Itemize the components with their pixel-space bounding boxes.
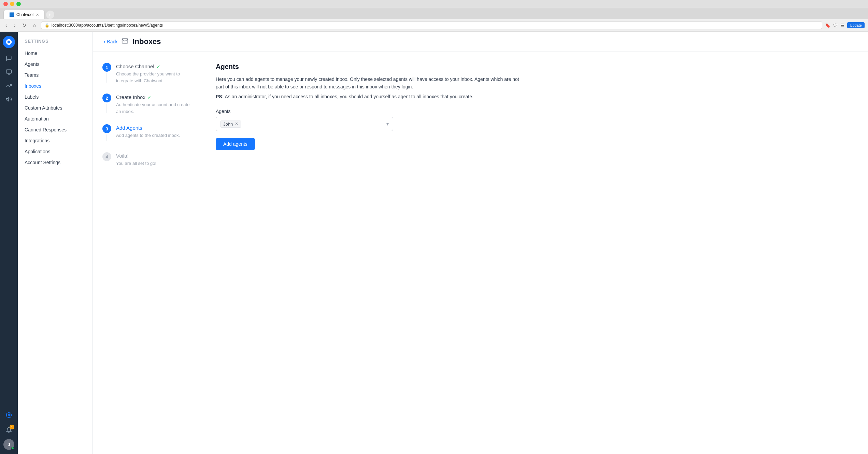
agents-ps-text: As an administrator, if you need access …: [224, 94, 473, 99]
traffic-lights: [3, 2, 21, 6]
step-1-indicator: 1: [102, 63, 111, 84]
nav-campaigns[interactable]: [3, 93, 15, 105]
agents-description-1: Here you can add agents to manage your n…: [216, 75, 523, 91]
step-3-circle: 3: [102, 124, 111, 133]
menu-icon[interactable]: ☰: [840, 23, 844, 28]
step-3-desc: Add agents to the created inbox.: [116, 132, 180, 139]
back-arrow-icon: ‹: [104, 39, 105, 45]
reload-btn[interactable]: ↻: [20, 22, 28, 29]
update-button[interactable]: Update: [847, 22, 865, 28]
main-content: ‹ Back Inboxes 1 Choose Chan: [93, 32, 868, 454]
step-2-line: [106, 104, 107, 113]
step-2: 2 Create Inbox ✓ Authenticate your accou…: [102, 94, 192, 115]
settings-nav-account-settings[interactable]: Account Settings: [18, 157, 93, 168]
step-1-circle: 1: [102, 63, 111, 72]
tab-title: Chatwoot: [16, 12, 34, 17]
agents-section-title: Agents: [216, 63, 854, 71]
add-agents-button[interactable]: Add agents: [216, 138, 255, 150]
step-2-content: Create Inbox ✓ Authenticate your account…: [116, 94, 192, 115]
browser-tab-active[interactable]: 🟦 Chatwoot ✕: [3, 10, 45, 19]
agents-input-field[interactable]: John ✕ ▾: [216, 117, 393, 131]
svg-point-1: [8, 41, 10, 43]
step-1-title-text: Choose Channel: [116, 63, 154, 69]
tab-close-btn[interactable]: ✕: [36, 13, 39, 17]
notification-badge: 1: [10, 425, 14, 429]
url-text: localhost:3000/app/accounts/1/settings/i…: [52, 23, 163, 28]
step-3-line: [106, 134, 107, 141]
step-4-indicator: 4: [102, 152, 111, 167]
notification-bell-container[interactable]: 1: [3, 424, 15, 436]
nav-reports[interactable]: [3, 80, 15, 92]
agent-tag-remove-btn[interactable]: ✕: [235, 122, 238, 126]
home-btn[interactable]: ⌂: [31, 22, 38, 29]
user-avatar[interactable]: J: [3, 439, 14, 450]
back-nav-btn[interactable]: ‹: [3, 22, 9, 29]
page-body: 1 Choose Channel ✓ Choose the provider y…: [93, 52, 868, 454]
step-2-desc: Authenticate your account and create an …: [116, 101, 192, 115]
svg-point-4: [8, 414, 10, 416]
step-2-title: Create Inbox ✓: [116, 94, 192, 100]
svg-marker-3: [6, 98, 9, 101]
close-window-btn[interactable]: [3, 2, 8, 6]
step-2-circle: 2: [102, 94, 111, 102]
tab-favicon: 🟦: [9, 12, 14, 17]
step-1-title: Choose Channel ✓: [116, 63, 192, 69]
step-1-content: Choose Channel ✓ Choose the provider you…: [116, 63, 192, 84]
online-indicator: [11, 447, 14, 450]
settings-nav-agents[interactable]: Agents: [18, 59, 93, 70]
settings-nav-canned-responses[interactable]: Canned Responses: [18, 124, 93, 135]
maximize-window-btn[interactable]: [16, 2, 21, 6]
step-4-circle: 4: [102, 152, 111, 161]
settings-nav-applications[interactable]: Applications: [18, 146, 93, 157]
settings-nav-custom-attributes[interactable]: Custom Attributes: [18, 102, 93, 113]
nav-conversations[interactable]: [3, 52, 15, 65]
settings-nav-labels[interactable]: Labels: [18, 91, 93, 102]
svg-rect-2: [6, 70, 12, 73]
minimize-window-btn[interactable]: [10, 2, 14, 6]
step-2-check-icon: ✓: [147, 95, 152, 100]
notifications-btn[interactable]: 1: [3, 424, 15, 436]
step-4-title: Voila!: [116, 153, 156, 159]
step-2-indicator: 2: [102, 94, 111, 115]
app-logo[interactable]: [3, 36, 15, 48]
nav-contacts[interactable]: [3, 66, 15, 78]
settings-nav-teams[interactable]: Teams: [18, 70, 93, 81]
settings-sidebar-title: SETTINGS: [18, 39, 93, 48]
page-header: ‹ Back Inboxes: [93, 32, 868, 52]
step-4-desc: You are all set to go!: [116, 160, 156, 167]
nav-settings[interactable]: [3, 409, 15, 421]
step-1-line: [106, 73, 107, 83]
agents-ps-label: PS:: [216, 94, 224, 99]
agents-description-2: PS: As an administrator, if you need acc…: [216, 93, 523, 100]
back-label: Back: [107, 39, 117, 44]
step-3-content: Add Agents Add agents to the created inb…: [116, 124, 180, 143]
extensions-icon[interactable]: 🔖: [825, 23, 830, 28]
address-bar[interactable]: 🔒 localhost:3000/app/accounts/1/settings…: [41, 21, 822, 29]
agents-field-label: Agents: [216, 109, 854, 114]
agents-dropdown-arrow[interactable]: ▾: [386, 121, 389, 127]
step-3-title: Add Agents: [116, 125, 180, 131]
forward-nav-btn[interactable]: ›: [12, 22, 18, 29]
browser-toolbar: 🔖 🛡 ☰: [825, 23, 844, 28]
step-2-title-text: Create Inbox: [116, 94, 145, 100]
icon-nav-bottom: 1 J: [3, 409, 15, 450]
new-tab-btn[interactable]: +: [46, 11, 54, 19]
back-link[interactable]: ‹ Back: [104, 39, 117, 45]
step-3: 3 Add Agents Add agents to the created i…: [102, 124, 192, 143]
agent-tag-name: John: [223, 122, 233, 127]
step-1-desc: Choose the provider you want to integrat…: [116, 71, 192, 84]
step-1: 1 Choose Channel ✓ Choose the provider y…: [102, 63, 192, 84]
settings-nav-home[interactable]: Home: [18, 48, 93, 59]
browser-chrome: 🟦 Chatwoot ✕ + ‹ › ↻ ⌂ 🔒 localhost:3000/…: [0, 0, 868, 32]
settings-nav-automation[interactable]: Automation: [18, 113, 93, 124]
steps-panel: 1 Choose Channel ✓ Choose the provider y…: [93, 52, 202, 454]
step-4-content: Voila! You are all set to go!: [116, 152, 156, 167]
settings-nav-integrations[interactable]: Integrations: [18, 135, 93, 146]
header-icon: [122, 38, 128, 46]
settings-nav-inboxes[interactable]: Inboxes: [18, 81, 93, 91]
agent-tag-john: John ✕: [220, 120, 241, 128]
step-4: 4 Voila! You are all set to go!: [102, 152, 192, 167]
page-title: Inboxes: [132, 37, 161, 46]
icon-nav: 1 J: [0, 32, 18, 454]
shield-icon[interactable]: 🛡: [833, 23, 838, 28]
